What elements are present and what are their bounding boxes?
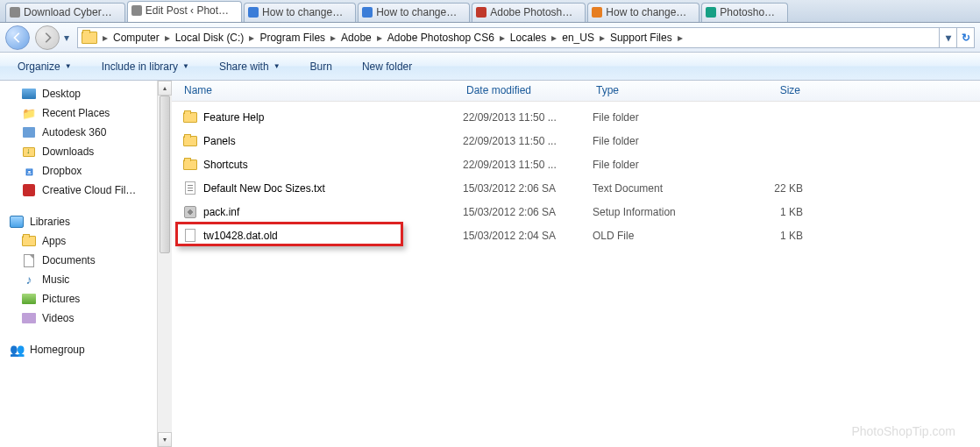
include-in-library-menu[interactable]: Include in library▼ [95, 57, 196, 76]
chevron-right-icon[interactable]: ▸ [676, 32, 685, 44]
file-type: File folder [593, 111, 726, 124]
history-dropdown[interactable]: ▾ [60, 25, 74, 50]
browser-tab[interactable]: Edit Post ‹ Phot… [127, 1, 242, 22]
folder-icon [21, 234, 37, 248]
nav-item-downloads[interactable]: Downloads [9, 142, 172, 161]
command-bar: Organize▼ Include in library▼ Share with… [0, 53, 980, 81]
breadcrumb-item[interactable]: Computer [110, 28, 163, 47]
nav-item-dropbox[interactable]: ⧈Dropbox [9, 161, 172, 181]
tab-label: Photosho… [720, 6, 775, 18]
nav-label: Music [42, 273, 69, 286]
music-icon: ♪ [21, 273, 37, 287]
nav-item-apps[interactable]: Apps [9, 231, 172, 251]
scrollbar-thumb[interactable] [160, 96, 170, 253]
breadcrumb-item[interactable]: Program Files [256, 28, 329, 47]
arrow-left-icon [11, 32, 24, 44]
favicon-icon [476, 7, 486, 18]
nav-label: Recent Places [42, 107, 110, 119]
chevron-right-icon[interactable]: ▸ [101, 32, 110, 44]
nav-item-desktop[interactable]: Desktop [9, 84, 172, 103]
share-with-menu[interactable]: Share with▼ [212, 57, 288, 76]
chevron-right-icon[interactable]: ▸ [550, 32, 558, 44]
tab-label: Adobe Photosh… [490, 6, 572, 18]
file-row[interactable]: tw10428.dat.old15/03/2012 2:04 SAOLD Fil… [172, 224, 980, 247]
file-row[interactable]: Shortcuts22/09/2013 11:50 ...File folder [172, 153, 980, 176]
new-folder-button[interactable]: New folder [355, 57, 419, 76]
favicon-icon [706, 7, 716, 18]
file-name: Shortcuts [200, 159, 463, 171]
chevron-right-icon[interactable]: ▸ [598, 32, 607, 44]
column-date[interactable]: Date modified [463, 81, 593, 101]
breadcrumb-item[interactable]: Adobe [337, 28, 375, 47]
file-row[interactable]: Panels22/09/2013 11:50 ...File folder [172, 129, 980, 153]
pictures-icon [21, 292, 37, 306]
refresh-button[interactable]: ↻ [956, 28, 974, 47]
breadcrumb-bar[interactable]: ▸ Computer▸ Local Disk (C:)▸ Program Fil… [77, 27, 975, 48]
chevron-right-icon[interactable]: ▸ [329, 32, 337, 44]
breadcrumb-item[interactable]: Locales [507, 28, 550, 47]
breadcrumb-item[interactable]: Support Files [607, 28, 676, 47]
browser-tab[interactable]: Photosho… [701, 3, 788, 22]
column-size[interactable]: Size [726, 81, 810, 101]
column-name[interactable]: Name [181, 81, 463, 101]
file-row[interactable]: pack.inf15/03/2012 2:06 SASetup Informat… [172, 200, 980, 224]
nav-item-videos[interactable]: Videos [9, 309, 172, 328]
nav-group-libraries[interactable]: Libraries [9, 212, 172, 231]
nav-item-music[interactable]: ♪Music [9, 270, 172, 289]
file-type: OLD File [593, 230, 726, 242]
browser-tab[interactable]: How to change… [244, 3, 356, 22]
breadcrumb-dropdown[interactable]: ▾ [939, 28, 956, 47]
file-type: File folder [593, 159, 726, 171]
breadcrumb-item[interactable]: Local Disk (C:) [172, 28, 248, 47]
column-headers: Name Date modified Type Size [172, 81, 980, 102]
file-date: 22/09/2013 11:50 ... [463, 111, 593, 124]
recent-places-icon: 📁 [21, 106, 37, 120]
organize-menu[interactable]: Organize▼ [11, 57, 79, 76]
chevron-right-icon[interactable]: ▸ [163, 32, 172, 44]
file-date: 22/09/2013 11:50 ... [463, 135, 593, 147]
forward-button[interactable] [35, 25, 60, 50]
scroll-down-button[interactable]: ▾ [158, 432, 172, 447]
favicon-icon [362, 7, 373, 18]
file-date: 15/03/2012 2:06 SA [463, 206, 593, 218]
scrollbar[interactable]: ▴ ▾ [157, 81, 172, 447]
scroll-up-button[interactable]: ▴ [158, 81, 172, 96]
chevron-down-icon: ▼ [273, 62, 281, 70]
folder-icon [183, 112, 197, 123]
text-file-icon [185, 181, 195, 195]
browser-tab[interactable]: Download Cyber… [5, 3, 125, 22]
nav-item-autodesk360[interactable]: Autodesk 360 [9, 123, 172, 142]
homegroup-icon: 👥 [9, 343, 25, 357]
chevron-down-icon: ▼ [65, 62, 72, 70]
chevron-right-icon[interactable]: ▸ [375, 32, 384, 44]
file-row[interactable]: Feature Help22/09/2013 11:50 ...File fol… [172, 105, 980, 129]
documents-icon [21, 253, 37, 267]
nav-item-pictures[interactable]: Pictures [9, 289, 172, 309]
chevron-right-icon[interactable]: ▸ [498, 32, 507, 44]
back-button[interactable] [5, 25, 30, 50]
chevron-right-icon[interactable]: ▸ [247, 32, 256, 44]
browser-tab[interactable]: How to change… [358, 3, 470, 22]
nav-group-homegroup[interactable]: 👥Homegroup [9, 340, 172, 359]
nav-label: Downloads [42, 145, 94, 158]
folder-icon [82, 32, 97, 44]
dropbox-icon: ⧈ [21, 164, 37, 178]
setup-file-icon [184, 206, 196, 218]
column-type[interactable]: Type [593, 81, 726, 101]
breadcrumb-item[interactable]: en_US [558, 28, 598, 47]
breadcrumb-item[interactable]: Adobe Photoshop CS6 [384, 28, 498, 47]
file-name: tw10428.dat.old [200, 230, 463, 242]
menu-label: Organize [18, 60, 60, 73]
nav-label: Documents [42, 254, 96, 266]
menu-label: Share with [219, 60, 269, 73]
nav-item-recent-places[interactable]: 📁Recent Places [9, 103, 172, 123]
browser-tab[interactable]: How to change… [587, 3, 699, 22]
burn-button[interactable]: Burn [303, 57, 339, 76]
nav-label: Videos [42, 312, 74, 324]
browser-tab[interactable]: Adobe Photosh… [472, 3, 586, 22]
nav-item-documents[interactable]: Documents [9, 251, 172, 270]
nav-item-creative-cloud[interactable]: Creative Cloud Fil… [9, 181, 172, 200]
autodesk-icon [21, 125, 37, 139]
file-row[interactable]: Default New Doc Sizes.txt15/03/2012 2:06… [172, 176, 980, 200]
file-icon [185, 229, 195, 242]
